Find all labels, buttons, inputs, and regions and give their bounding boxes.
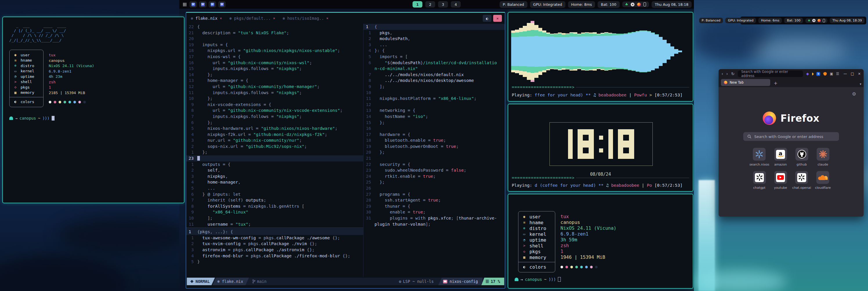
clock-digit-8 [618, 129, 634, 159]
phone-icon[interactable] [823, 19, 825, 22]
terminal-fetch-window[interactable]: ◉user≡hname❄distro▭kernel◔uptime>shell◇p… [508, 194, 693, 289]
code-line: 22{ [186, 24, 363, 30]
terminal-fastfetch-window[interactable]: _ ___ ____ ____ / |/ (_)_ __/ __ \/ __/ … [2, 17, 185, 203]
buffer-close-button[interactable]: × [493, 15, 502, 22]
shell-prompt[interactable]: → canopus ~ ))) [515, 277, 561, 282]
buffer-tab-hosts/isoImag..[interactable]: ❄hosts/isoImag..× [283, 16, 329, 21]
status-module: Home: 8ms [568, 1, 595, 8]
fetch-row-memory: ▦memory [13, 90, 40, 95]
code-line: 6 } @ inputs: let [186, 192, 363, 198]
code-line: 4 nixpkgs-f2k.url = "github:moni-dz/nixp… [186, 132, 363, 138]
color-profile-icon[interactable] [637, 3, 641, 6]
phone-icon[interactable] [644, 2, 646, 6]
code-line: plugin thunar-volman]; [364, 221, 505, 227]
shell-prompt[interactable]: → canopus ~ ))) [9, 116, 184, 120]
code-line: 29 thunar = { [364, 203, 505, 209]
dial-tile-chatgpt[interactable]: chatgpt [753, 171, 766, 190]
minimize-button[interactable]: — [844, 72, 847, 76]
maximize-button[interactable]: □ [851, 72, 854, 76]
dial-tile-label: claude [817, 163, 828, 167]
tab-close-icon[interactable]: × [327, 16, 329, 20]
fetch-row-distro: ❄distro [13, 63, 40, 68]
dial-tile-claude[interactable]: claude [817, 148, 829, 167]
launcher-grid-icon[interactable] [183, 3, 187, 6]
color-profile-icon[interactable] [817, 19, 821, 22]
split-hosts-iso[interactable]: 1{1 pkgs,2 modulesPath,3 ...4}: {5 impor… [364, 24, 505, 227]
taskbar-app-icon[interactable]: W [209, 1, 216, 7]
status-module: GPU: Integrated [530, 1, 565, 8]
cava-bar [581, 32, 585, 70]
dial-tile-github[interactable]: github [796, 148, 808, 167]
tab-close-icon[interactable]: × [220, 16, 222, 20]
window-separator[interactable] [186, 228, 363, 228]
clock-digit-1 [608, 129, 613, 159]
back-button[interactable]: ‹ [721, 71, 723, 76]
buffer-tab-flake.nix[interactable]: ❄flake.nix× [191, 16, 222, 21]
dial-tile-cloudflare[interactable]: cloudflare [815, 171, 831, 190]
ghost-icon [9, 116, 13, 120]
terminal-clock-window[interactable]: 08/08/24 ======================> Playing… [508, 104, 693, 192]
extension-icons: ◆ ◗ b ▣ ☰ [806, 72, 839, 76]
cava-bar [651, 32, 655, 70]
bluetooth-icon[interactable]: B [631, 3, 634, 6]
network-icon[interactable]: ♣ [625, 2, 628, 6]
fetch-value-user: tux [560, 214, 617, 220]
status-module: Bat: 100 [598, 1, 619, 8]
editor-area[interactable]: 22{21 description = "tux's NixOS Flake";… [186, 24, 505, 277]
reload-button[interactable]: ↻ [731, 71, 735, 76]
main-status-bar: WWWW 1234 P: BalancedGPU: IntegratedHome… [179, 0, 694, 9]
new-tab-button[interactable]: + [774, 81, 777, 86]
extensions-puzzle-icon[interactable]: ▣ [830, 72, 833, 76]
page-settings-gear-icon[interactable]: ⚙ [852, 91, 856, 97]
bluetooth-icon[interactable]: B [812, 19, 815, 22]
fetch-row-pkgs: ◇pkgs [13, 85, 40, 90]
hname-icon: ≡ [522, 221, 527, 225]
neovim-window[interactable]: ❄flake.nix×❄pkgs/default...×❄hosts/isoIm… [186, 12, 505, 289]
system-tray-2[interactable]: ♣ B [805, 18, 827, 23]
tab-list-chevron-icon[interactable]: ▾ [860, 82, 861, 86]
workspace-3[interactable]: 3 [438, 1, 448, 7]
bitwarden-icon[interactable]: b [816, 72, 820, 76]
dial-tile-youtube[interactable]: youtube [774, 171, 787, 190]
search-bar[interactable]: Search with Google or enter address [743, 132, 839, 141]
extension-icon[interactable]: ◆ [806, 72, 809, 76]
workspace-2[interactable]: 2 [425, 1, 435, 7]
workspace-1[interactable]: 1 [412, 1, 423, 7]
buffer-pick-button[interactable]: ◐ [483, 15, 491, 22]
nix-file-icon: ❄ [283, 16, 285, 21]
split-pkgs-default[interactable]: 1{pkgs, ...}: {1 tux-awesome-wm-config =… [186, 229, 363, 265]
dial-tile-chat.openai[interactable]: chat.openai [792, 171, 811, 190]
tab-new-tab[interactable]: New Tab [721, 79, 770, 86]
tab-close-icon[interactable]: × [273, 16, 275, 20]
buffer-tab-pkgs/default...[interactable]: ❄pkgs/default...× [229, 16, 275, 21]
cava-bar [531, 21, 534, 82]
url-bar[interactable]: Search with Google or enter address [738, 70, 803, 77]
workspace-4[interactable]: 4 [451, 1, 461, 7]
split-flake-nix[interactable]: 22{21 description = "tux's NixOS Flake";… [186, 24, 363, 265]
firefox-window[interactable]: ‹ › ↻ Search with Google or enter addres… [719, 69, 864, 217]
menu-icon[interactable]: ☰ [836, 72, 839, 76]
firefox-logo [763, 112, 776, 125]
fetch-row-kernel: ▭kernel [522, 231, 552, 237]
taskbar-app-icon[interactable]: W [199, 1, 207, 7]
extension-icon[interactable]: ◗ [812, 72, 813, 76]
metamask-icon[interactable] [823, 72, 827, 76]
dial-tile-label: youtube [774, 186, 787, 190]
system-tray[interactable]: ♣ B [622, 1, 649, 7]
cava-bar [628, 32, 631, 70]
taskbar-app-icon[interactable]: W [218, 1, 226, 7]
network-icon[interactable]: ♣ [808, 19, 810, 22]
terminal-cava-window[interactable]: ======================> Playing: ffee fo… [508, 12, 693, 101]
dial-tile-amazon[interactable]: aamazon [774, 148, 787, 167]
close-button[interactable]: × [858, 72, 861, 76]
forward-button[interactable]: › [726, 71, 728, 76]
code-line: 1{pkgs, ...}: { [186, 229, 363, 235]
clock-chip[interactable]: Thu Aug 08, 18:18 [652, 1, 692, 8]
dial-tile-search.nixos[interactable]: search.nixos [749, 148, 769, 167]
tab-bar: New Tab + ▾ [719, 79, 864, 87]
clock-chip-2[interactable]: Thu Aug 08, 18:39 [830, 18, 865, 23]
code-line: 3 nur.url = "github:nix-community/nur"; [186, 137, 363, 143]
cava-bar [640, 30, 643, 72]
taskbar-app-icon[interactable]: W [189, 1, 197, 7]
fetch-value-shell: zsh [560, 243, 617, 249]
